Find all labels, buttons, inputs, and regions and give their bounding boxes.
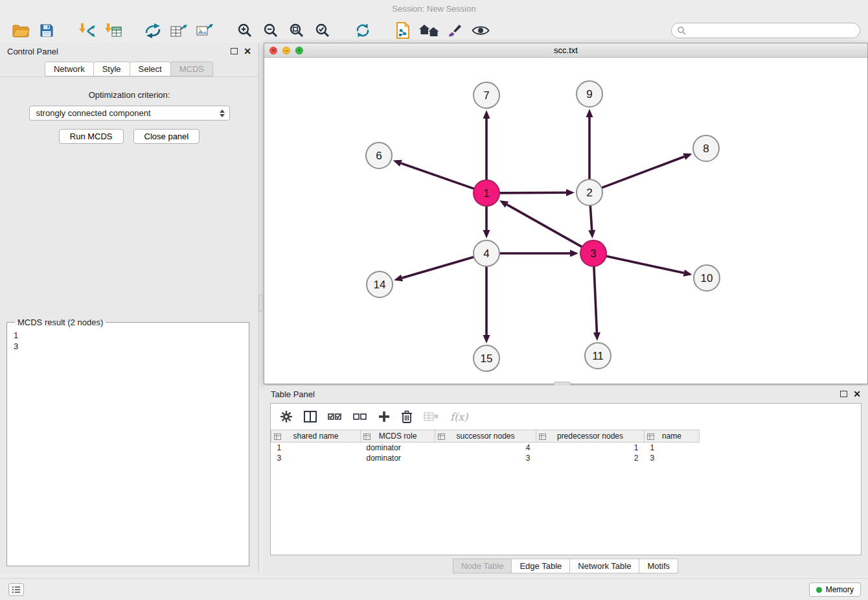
- graph-node-3[interactable]: 3: [580, 240, 606, 266]
- graph-arrowhead-icon: [394, 275, 403, 282]
- refresh-view-button[interactable]: [350, 19, 376, 41]
- graph-arrowhead-icon: [588, 230, 595, 238]
- column-header-successor-nodes[interactable]: successor nodes: [435, 430, 536, 443]
- table-cell[interactable]: 1: [645, 443, 700, 453]
- graph-edge-1-6[interactable]: [401, 163, 474, 189]
- criterion-dropdown[interactable]: strongly connected component: [29, 106, 230, 121]
- network-file-icon: [395, 22, 411, 39]
- eye-icon: [472, 25, 490, 36]
- graph-node-9[interactable]: 9: [577, 81, 602, 107]
- network-window: ✕ – + scc.txt 7968124314101511: [264, 43, 868, 384]
- import-table-icon: [104, 23, 122, 38]
- vertical-splitter[interactable]: [258, 295, 263, 312]
- tab-node-table[interactable]: Node Table: [453, 559, 512, 573]
- network-window-titlebar[interactable]: ✕ – + scc.txt: [264, 43, 867, 58]
- table-cell[interactable]: dominator: [361, 453, 435, 463]
- table-cell[interactable]: 4: [435, 443, 536, 453]
- table-row[interactable]: 3dominator323: [271, 453, 700, 463]
- graph-node-6[interactable]: 6: [366, 143, 392, 168]
- tab-network[interactable]: Network: [45, 62, 94, 76]
- tab-edge-table[interactable]: Edge Table: [511, 559, 570, 573]
- graph-node-1[interactable]: 1: [474, 180, 499, 206]
- minimize-window-icon[interactable]: –: [282, 47, 290, 54]
- graph-edge-4-14[interactable]: [402, 257, 474, 278]
- table-tabs: Node TableEdge TableNetwork TableMotifs: [264, 559, 868, 573]
- float-table-panel-icon[interactable]: [840, 391, 847, 397]
- table-cell[interactable]: 3: [645, 453, 700, 463]
- column-header-MCDS-role[interactable]: MCDS role: [361, 430, 435, 443]
- graph-edge-3-1[interactable]: [507, 205, 582, 248]
- tab-mcds[interactable]: MCDS: [170, 62, 213, 76]
- zoom-selected-button[interactable]: [310, 19, 336, 41]
- delete-row-button[interactable]: [401, 410, 413, 423]
- graph-node-7[interactable]: 7: [474, 82, 499, 108]
- graph-edge-3-11[interactable]: [594, 266, 597, 332]
- table-settings-button[interactable]: [280, 410, 293, 423]
- table-cell[interactable]: 2: [536, 453, 645, 463]
- maximize-window-icon[interactable]: +: [295, 47, 303, 54]
- show-columns-button[interactable]: [304, 411, 317, 422]
- home-button[interactable]: [416, 19, 442, 41]
- close-panel-button[interactable]: Close panel: [133, 129, 200, 144]
- network-file-button[interactable]: [390, 19, 416, 41]
- graph-edge-2-8[interactable]: [602, 157, 685, 188]
- search-input[interactable]: [689, 26, 854, 36]
- float-panel-icon[interactable]: [231, 48, 238, 54]
- table-cell[interactable]: dominator: [361, 443, 435, 453]
- column-label: MCDS role: [363, 432, 432, 441]
- zoom-in-icon: [237, 23, 253, 38]
- graph-node-4[interactable]: 4: [474, 240, 499, 266]
- list-icon: [12, 586, 21, 594]
- delete-column-button[interactable]: [424, 411, 439, 422]
- export-network-button[interactable]: [140, 19, 166, 41]
- add-column-button[interactable]: [378, 411, 390, 422]
- zoom-fit-button[interactable]: [284, 19, 310, 41]
- column-edit-icon: [539, 433, 546, 442]
- tab-style[interactable]: Style: [93, 62, 130, 76]
- export-image-button[interactable]: [192, 19, 218, 41]
- svg-text:15: 15: [481, 352, 493, 365]
- tab-network-table[interactable]: Network Table: [569, 559, 639, 573]
- save-session-button[interactable]: [34, 19, 60, 41]
- column-header-shared-name[interactable]: shared name: [271, 430, 361, 443]
- table-cell[interactable]: 1: [271, 443, 361, 453]
- close-window-icon[interactable]: ✕: [269, 47, 277, 54]
- column-header-predecessor-nodes[interactable]: predecessor nodes: [536, 430, 645, 443]
- close-table-panel-icon[interactable]: ✕: [853, 391, 861, 397]
- table-row[interactable]: 1dominator411: [271, 443, 700, 453]
- tab-select[interactable]: Select: [130, 62, 171, 76]
- zoom-out-button[interactable]: [258, 19, 284, 41]
- run-mcds-button[interactable]: Run MCDS: [59, 129, 124, 144]
- select-all-button[interactable]: [328, 412, 342, 421]
- memory-button[interactable]: Memory: [809, 583, 861, 597]
- style-brush-button[interactable]: [442, 19, 468, 41]
- column-header-name[interactable]: name: [645, 430, 700, 443]
- import-network-button[interactable]: [74, 19, 100, 41]
- graph-node-11[interactable]: 11: [585, 343, 611, 369]
- table-cell[interactable]: 1: [536, 443, 645, 453]
- show-hide-button[interactable]: [468, 19, 494, 41]
- graph-node-2[interactable]: 2: [577, 179, 602, 205]
- graph-node-15[interactable]: 15: [474, 345, 499, 371]
- table-cell[interactable]: 3: [435, 453, 536, 463]
- close-panel-icon[interactable]: ✕: [244, 48, 251, 54]
- graph-node-10[interactable]: 10: [694, 265, 720, 291]
- deselect-all-button[interactable]: [353, 412, 367, 421]
- open-session-button[interactable]: [8, 19, 34, 41]
- import-table-button[interactable]: [100, 19, 126, 41]
- graph-node-8[interactable]: 8: [693, 135, 719, 161]
- graph-edge-2-3[interactable]: [590, 205, 591, 230]
- graph-node-14[interactable]: 14: [367, 271, 393, 297]
- network-canvas[interactable]: 7968124314101511: [264, 58, 867, 384]
- graph-edge-1-2[interactable]: [499, 192, 566, 193]
- tab-motifs[interactable]: Motifs: [639, 559, 678, 573]
- graph-edge-3-10[interactable]: [606, 256, 684, 273]
- trash-icon: [401, 410, 413, 423]
- task-history-button[interactable]: [8, 583, 24, 596]
- zoom-in-button[interactable]: [232, 19, 258, 41]
- export-table-button[interactable]: [166, 19, 192, 41]
- apply-function-button[interactable]: f(x): [450, 411, 468, 423]
- column-edit-icon: [274, 433, 281, 442]
- control-panel-tabs: NetworkStyleSelectMCDS: [0, 62, 258, 77]
- table-cell[interactable]: 3: [271, 453, 361, 463]
